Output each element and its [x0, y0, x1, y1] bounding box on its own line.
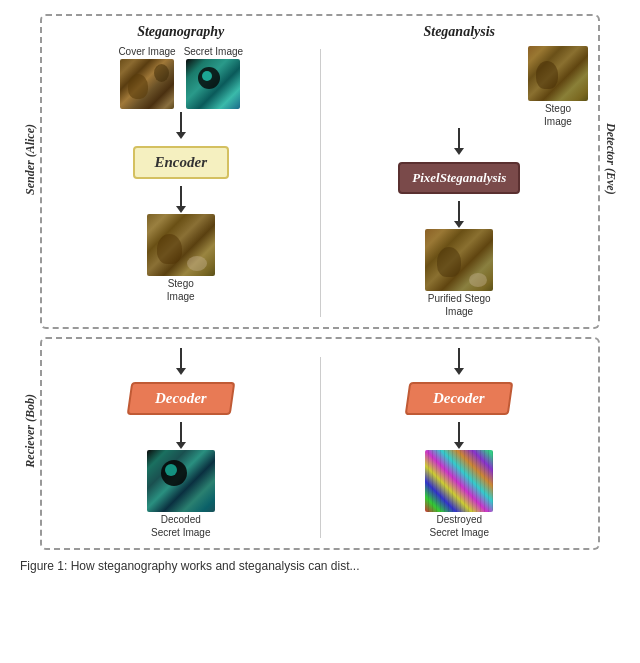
- cover-image-label: Cover Image: [118, 46, 175, 57]
- decoder-right-panel: Decoder Destroyed Secret Ima: [327, 347, 593, 538]
- stego-image-left: [147, 214, 215, 276]
- cover-image-box: Cover Image: [118, 46, 175, 109]
- upper-section: Steganography Cover Image Secret Ima: [40, 14, 600, 329]
- purified-image: [425, 229, 493, 291]
- detector-label: Detector (Eve): [603, 123, 618, 195]
- secret-image-label: Secret Image: [184, 46, 243, 57]
- purified-image-box: Purified Stego Image: [425, 229, 493, 317]
- lower-section: Decoder Decoded: [40, 337, 600, 550]
- steganalysis-title: Steganalysis: [423, 24, 495, 40]
- destroyed-image-box: Destroyed Secret Image: [425, 450, 493, 538]
- stego-image-left-label: Stego: [168, 278, 194, 289]
- decoded-image: [147, 450, 215, 512]
- arrow-from-decoder-left: [176, 422, 186, 449]
- pixelsteg-box: PixelSteganalysis: [398, 162, 520, 194]
- arrow-to-decoder-left: [176, 348, 186, 375]
- arrow-from-encoder: [176, 186, 186, 213]
- sender-label: Sender (Alice): [23, 124, 38, 195]
- arrow-to-encoder: [176, 112, 186, 139]
- stego-image-right-box: Stego Image: [528, 46, 588, 127]
- secret-image-box: Secret Image: [184, 46, 243, 109]
- panel-divider: [320, 49, 321, 317]
- figure-caption: Figure 1: How steganography works and st…: [20, 558, 620, 575]
- decoder-left-box: Decoder: [127, 382, 235, 415]
- arrow-to-decoder-right: [454, 348, 464, 375]
- steganography-panel: Steganography Cover Image Secret Ima: [48, 24, 314, 317]
- decoder-left-panel: Decoder Decoded: [48, 347, 314, 538]
- arrow-to-pixelsteg: [454, 128, 464, 155]
- steganalysis-panel: Steganalysis Stego Image: [327, 24, 593, 317]
- arrow-from-pixelsteg: [454, 201, 464, 228]
- destroyed-image: [425, 450, 493, 512]
- secret-image: [186, 59, 240, 109]
- encoder-box: Encoder: [133, 146, 230, 179]
- lower-divider: [320, 357, 321, 538]
- stego-image-left-box: Stego Image: [147, 214, 215, 302]
- steganography-title: Steganography: [137, 24, 224, 40]
- stego-image-right: [528, 46, 588, 101]
- receiver-label: Reciever (Bob): [23, 394, 38, 468]
- cover-image: [120, 59, 174, 109]
- arrow-from-decoder-right: [454, 422, 464, 449]
- decoded-image-box: Decoded Secret Image: [147, 450, 215, 538]
- decoder-right-box: Decoder: [405, 382, 513, 415]
